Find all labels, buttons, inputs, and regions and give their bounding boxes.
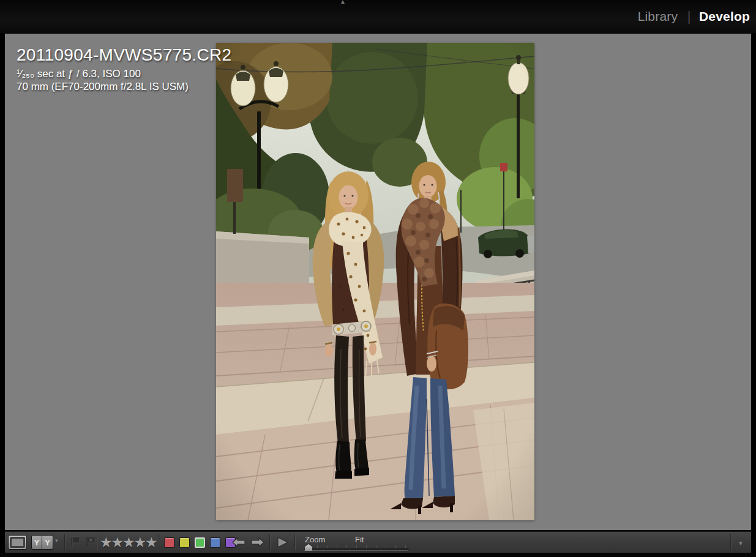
color-label-green[interactable] <box>195 537 205 548</box>
module-picker: Library | Develop <box>0 0 756 33</box>
toolbar-options-chevron-icon[interactable]: ▼ <box>738 540 744 547</box>
flag-pick-icon[interactable] <box>70 536 83 548</box>
photo-canvas[interactable] <box>216 43 534 520</box>
photo-exposure-settings: ¹⁄₂₅₀ sec at ƒ / 6.3, ISO 100 <box>17 68 231 80</box>
photo-filename: 20110904-MVWS5775.CR2 <box>17 45 231 65</box>
photo-image <box>216 43 534 520</box>
color-label-control <box>164 537 236 548</box>
photo-info-overlay: 20110904-MVWS5775.CR2 ¹⁄₂₅₀ sec at ƒ / 6… <box>17 45 231 94</box>
before-after-dropdown-icon[interactable]: ▾ <box>55 537 58 544</box>
zoom-slider-track[interactable] <box>304 548 409 551</box>
module-separator: | <box>687 9 691 24</box>
star-icon[interactable]: ★ <box>145 533 157 551</box>
color-label-blue[interactable] <box>210 537 220 548</box>
develop-workspace: 20110904-MVWS5775.CR2 ¹⁄₂₅₀ sec at ƒ / 6… <box>5 34 751 530</box>
toolbar-divider <box>294 534 295 550</box>
star-icon[interactable]: ★ <box>111 533 123 551</box>
toolbar-divider <box>158 534 159 550</box>
loupe-view-icon <box>10 537 25 548</box>
star-rating-control[interactable]: ★ ★ ★ ★ ★ <box>100 533 157 551</box>
before-after-view-buttons[interactable]: Y Y <box>31 535 53 550</box>
star-icon[interactable]: ★ <box>122 533 134 551</box>
toolbar-divider <box>730 534 731 550</box>
zoom-fit-label[interactable]: Fit <box>355 535 364 544</box>
next-photo-arrow-icon[interactable] <box>250 537 265 548</box>
module-library[interactable]: Library <box>638 9 678 24</box>
toolbar-divider <box>269 534 270 550</box>
color-label-red[interactable] <box>164 537 174 548</box>
zoom-control: Zoom Fit <box>301 534 411 552</box>
color-label-yellow[interactable] <box>179 537 190 548</box>
star-icon[interactable]: ★ <box>100 533 111 551</box>
toolbar-divider <box>64 534 65 550</box>
zoom-label: Zoom <box>305 535 325 544</box>
top-panel-reveal-arrow[interactable]: ▲ <box>335 0 351 6</box>
window-bottom-edge <box>0 553 756 557</box>
loupe-view-button[interactable] <box>8 535 27 550</box>
slideshow-play-icon[interactable] <box>276 536 290 548</box>
before-after-left-button[interactable]: Y <box>31 535 42 550</box>
toolbar-divider <box>97 534 97 550</box>
toolbar: Y Y ▾ ★ ★ ★ ★ ★ <box>5 531 751 553</box>
photo-lens-info: 70 mm (EF70-200mm f/2.8L IS USM) <box>17 80 231 94</box>
star-icon[interactable]: ★ <box>134 533 146 551</box>
lightroom-window: ▲ Library | Develop 20110904-MVWS5775.CR… <box>0 0 756 557</box>
before-after-right-button[interactable]: Y <box>42 535 53 550</box>
previous-photo-arrow-icon[interactable] <box>231 537 246 548</box>
module-develop[interactable]: Develop <box>699 9 750 24</box>
